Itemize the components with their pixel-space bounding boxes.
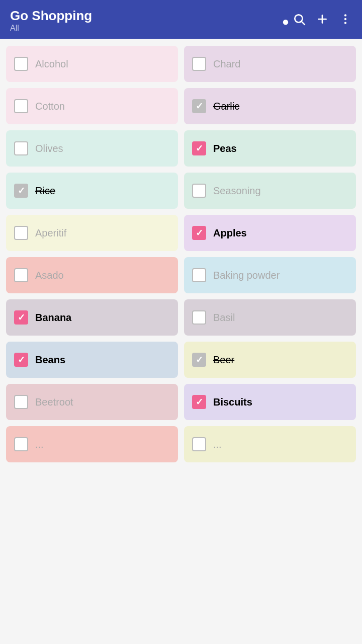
checkbox[interactable] <box>14 437 28 451</box>
list-item[interactable]: ✓Beer <box>184 342 356 378</box>
checkbox[interactable]: ✓ <box>14 353 28 367</box>
list-item[interactable]: Alcohol <box>6 46 178 82</box>
list-item[interactable]: ✓Beans <box>6 342 178 378</box>
checkbox[interactable]: ✓ <box>14 184 28 198</box>
checkmark-icon: ✓ <box>18 354 25 365</box>
list-item[interactable]: ✓Peas <box>184 130 356 167</box>
checkbox[interactable] <box>14 268 28 282</box>
list-item[interactable]: Basil <box>184 299 356 336</box>
item-label: Banana <box>35 312 71 324</box>
items-grid: AlcoholChardCotton✓GarlicOlives✓Peas✓Ric… <box>0 39 362 469</box>
checkbox[interactable] <box>192 437 206 451</box>
checkbox[interactable]: ✓ <box>192 141 206 155</box>
list-item[interactable]: Beetroot <box>6 384 178 420</box>
item-label: Asado <box>35 270 64 281</box>
checkmark-icon: ✓ <box>196 227 203 238</box>
list-item[interactable]: Aperitif <box>6 215 178 251</box>
checkmark-icon: ✓ <box>196 396 203 408</box>
checkmark-icon: ✓ <box>196 143 203 154</box>
checkbox[interactable] <box>14 226 28 240</box>
checkbox[interactable] <box>192 310 206 325</box>
item-label: Seasoning <box>213 185 261 197</box>
checkbox[interactable] <box>192 57 206 71</box>
item-label: Beetroot <box>35 396 73 408</box>
item-label: Aperitif <box>35 227 66 239</box>
checkmark-icon: ✓ <box>18 312 25 323</box>
checkbox[interactable] <box>14 99 28 113</box>
list-item[interactable]: Cotton <box>6 88 178 124</box>
header-left: Go Shopping All <box>10 8 92 33</box>
checkbox[interactable]: ✓ <box>192 226 206 240</box>
header-subtitle: All <box>10 24 92 33</box>
list-item[interactable]: ✓Apples <box>184 215 356 251</box>
item-label: Rice <box>35 185 55 197</box>
item-label: Alcohol <box>35 58 68 70</box>
list-item[interactable]: ✓Garlic <box>184 88 356 124</box>
svg-point-6 <box>344 22 346 24</box>
list-item[interactable]: Seasoning <box>184 173 356 209</box>
checkbox[interactable]: ✓ <box>192 99 206 113</box>
item-label: ... <box>35 439 44 450</box>
checkbox[interactable] <box>192 268 206 282</box>
item-label: Peas <box>213 143 237 154</box>
item-label: Beans <box>35 354 65 366</box>
checkbox[interactable]: ✓ <box>192 353 206 367</box>
checkbox[interactable] <box>14 141 28 155</box>
item-label: Beer <box>213 354 234 366</box>
item-label: Basil <box>213 312 235 324</box>
list-item[interactable]: Chard <box>184 46 356 82</box>
add-icon[interactable] <box>316 13 329 29</box>
checkmark-icon: ✓ <box>196 354 203 365</box>
list-item[interactable]: ✓Banana <box>6 299 178 336</box>
item-label: Chard <box>213 58 240 70</box>
list-item[interactable]: Olives <box>6 130 178 167</box>
item-label: Garlic <box>213 101 239 112</box>
item-label: ... <box>213 439 222 450</box>
list-item[interactable]: Asado <box>6 257 178 293</box>
item-label: Cotton <box>35 101 65 112</box>
list-item[interactable]: ✓Rice <box>6 173 178 209</box>
list-item[interactable]: ✓Biscuits <box>184 384 356 420</box>
header: Go Shopping All ● <box>0 0 362 39</box>
header-icons: ● <box>282 13 352 29</box>
checkbox[interactable] <box>14 395 28 409</box>
more-options-icon[interactable] <box>339 13 352 29</box>
item-label: Baking powder <box>213 270 280 281</box>
checkmark-icon: ✓ <box>196 101 203 112</box>
search-icon[interactable]: ● <box>282 13 306 29</box>
svg-line-1 <box>302 21 305 24</box>
svg-point-5 <box>344 18 346 20</box>
checkbox[interactable] <box>192 184 206 198</box>
list-item[interactable]: Baking powder <box>184 257 356 293</box>
checkbox[interactable]: ✓ <box>192 395 206 409</box>
item-label: Olives <box>35 143 63 154</box>
checkmark-icon: ✓ <box>18 185 25 196</box>
list-item[interactable]: ... <box>184 426 356 462</box>
checkbox[interactable] <box>14 57 28 71</box>
item-label: Apples <box>213 227 247 239</box>
item-label: Biscuits <box>213 396 252 408</box>
app-title: Go Shopping <box>10 8 92 24</box>
list-item[interactable]: ... <box>6 426 178 462</box>
svg-point-4 <box>344 14 346 16</box>
checkbox[interactable]: ✓ <box>14 310 28 325</box>
